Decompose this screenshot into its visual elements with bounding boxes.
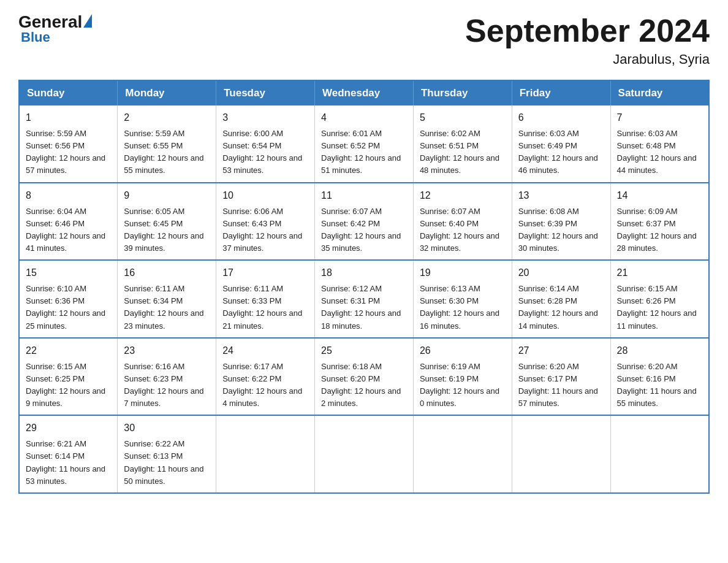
- location: Jarabulus, Syria: [465, 52, 710, 67]
- day-info: Sunrise: 6:04 AMSunset: 6:46 PMDaylight:…: [26, 205, 111, 255]
- day-info: Sunrise: 6:09 AMSunset: 6:37 PMDaylight:…: [617, 205, 702, 255]
- calendar-week-row: 15Sunrise: 6:10 AMSunset: 6:36 PMDayligh…: [19, 260, 709, 338]
- calendar-cell: 17Sunrise: 6:11 AMSunset: 6:33 PMDayligh…: [216, 260, 315, 338]
- calendar-cell: 3Sunrise: 6:00 AMSunset: 6:54 PMDaylight…: [216, 105, 315, 183]
- day-info: Sunrise: 6:22 AMSunset: 6:13 PMDaylight:…: [124, 438, 210, 488]
- day-number: 18: [321, 266, 407, 280]
- logo-triangle-icon: [83, 14, 92, 28]
- calendar-cell: 18Sunrise: 6:12 AMSunset: 6:31 PMDayligh…: [315, 260, 414, 338]
- day-number: 28: [617, 343, 702, 358]
- day-info: Sunrise: 6:11 AMSunset: 6:33 PMDaylight:…: [222, 283, 308, 332]
- calendar-cell: 6Sunrise: 6:03 AMSunset: 6:49 PMDaylight…: [512, 105, 610, 183]
- calendar-cell: [413, 415, 512, 493]
- col-header-saturday: Saturday: [610, 80, 709, 105]
- logo-blue: Blue: [21, 29, 92, 45]
- title-block: September 2024 Jarabulus, Syria: [465, 12, 710, 67]
- calendar-cell: 29Sunrise: 6:21 AMSunset: 6:14 PMDayligh…: [19, 415, 118, 493]
- calendar-cell: 2Sunrise: 5:59 AMSunset: 6:55 PMDaylight…: [118, 105, 216, 183]
- calendar-cell: 12Sunrise: 6:07 AMSunset: 6:40 PMDayligh…: [413, 183, 512, 261]
- calendar-cell: 26Sunrise: 6:19 AMSunset: 6:19 PMDayligh…: [413, 338, 512, 416]
- calendar-week-row: 29Sunrise: 6:21 AMSunset: 6:14 PMDayligh…: [19, 415, 709, 493]
- day-info: Sunrise: 6:05 AMSunset: 6:45 PMDaylight:…: [124, 205, 210, 255]
- day-number: 14: [617, 188, 702, 203]
- day-number: 12: [420, 188, 506, 203]
- calendar-header-row: SundayMondayTuesdayWednesdayThursdayFrid…: [19, 80, 709, 105]
- day-number: 21: [617, 266, 702, 280]
- calendar-cell: 30Sunrise: 6:22 AMSunset: 6:13 PMDayligh…: [118, 415, 216, 493]
- day-info: Sunrise: 6:16 AMSunset: 6:23 PMDaylight:…: [124, 361, 210, 410]
- day-info: Sunrise: 5:59 AMSunset: 6:56 PMDaylight:…: [26, 128, 111, 177]
- calendar-cell: 11Sunrise: 6:07 AMSunset: 6:42 PMDayligh…: [315, 183, 414, 261]
- day-info: Sunrise: 6:12 AMSunset: 6:31 PMDaylight:…: [321, 283, 407, 332]
- day-number: 6: [518, 110, 604, 125]
- calendar-cell: 16Sunrise: 6:11 AMSunset: 6:34 PMDayligh…: [118, 260, 216, 338]
- logo: General Blue: [18, 12, 92, 45]
- calendar-cell: 15Sunrise: 6:10 AMSunset: 6:36 PMDayligh…: [19, 260, 118, 338]
- day-info: Sunrise: 6:06 AMSunset: 6:43 PMDaylight:…: [222, 205, 308, 255]
- day-number: 13: [518, 188, 604, 203]
- calendar-cell: 28Sunrise: 6:20 AMSunset: 6:16 PMDayligh…: [610, 338, 709, 416]
- day-info: Sunrise: 6:07 AMSunset: 6:42 PMDaylight:…: [321, 205, 407, 255]
- day-info: Sunrise: 6:01 AMSunset: 6:52 PMDaylight:…: [321, 128, 407, 177]
- col-header-friday: Friday: [512, 80, 610, 105]
- calendar-week-row: 8Sunrise: 6:04 AMSunset: 6:46 PMDaylight…: [19, 183, 709, 261]
- day-info: Sunrise: 6:19 AMSunset: 6:19 PMDaylight:…: [420, 361, 506, 410]
- day-number: 3: [222, 110, 308, 125]
- day-number: 23: [124, 343, 210, 358]
- calendar-table: SundayMondayTuesdayWednesdayThursdayFrid…: [18, 80, 710, 494]
- day-number: 25: [321, 343, 407, 358]
- day-number: 30: [124, 421, 210, 435]
- calendar-cell: 20Sunrise: 6:14 AMSunset: 6:28 PMDayligh…: [512, 260, 610, 338]
- day-number: 15: [26, 266, 111, 280]
- calendar-cell: [610, 415, 709, 493]
- day-number: 7: [617, 110, 702, 125]
- month-title: September 2024: [465, 12, 710, 49]
- day-info: Sunrise: 6:20 AMSunset: 6:16 PMDaylight:…: [617, 361, 702, 410]
- day-number: 2: [124, 110, 210, 125]
- day-info: Sunrise: 6:02 AMSunset: 6:51 PMDaylight:…: [420, 128, 506, 177]
- day-number: 17: [222, 266, 308, 280]
- day-number: 11: [321, 188, 407, 203]
- day-number: 4: [321, 110, 407, 125]
- day-number: 24: [222, 343, 308, 358]
- day-number: 19: [420, 266, 506, 280]
- calendar-cell: 25Sunrise: 6:18 AMSunset: 6:20 PMDayligh…: [315, 338, 414, 416]
- calendar-cell: 4Sunrise: 6:01 AMSunset: 6:52 PMDaylight…: [315, 105, 414, 183]
- col-header-thursday: Thursday: [413, 80, 512, 105]
- calendar-cell: 19Sunrise: 6:13 AMSunset: 6:30 PMDayligh…: [413, 260, 512, 338]
- day-info: Sunrise: 6:03 AMSunset: 6:48 PMDaylight:…: [617, 128, 702, 177]
- day-info: Sunrise: 6:10 AMSunset: 6:36 PMDaylight:…: [26, 283, 111, 332]
- day-number: 20: [518, 266, 604, 280]
- calendar-cell: [216, 415, 315, 493]
- day-info: Sunrise: 6:20 AMSunset: 6:17 PMDaylight:…: [518, 361, 604, 410]
- calendar-cell: 14Sunrise: 6:09 AMSunset: 6:37 PMDayligh…: [610, 183, 709, 261]
- col-header-wednesday: Wednesday: [315, 80, 414, 105]
- day-number: 26: [420, 343, 506, 358]
- calendar-cell: 8Sunrise: 6:04 AMSunset: 6:46 PMDaylight…: [19, 183, 118, 261]
- calendar-cell: 5Sunrise: 6:02 AMSunset: 6:51 PMDaylight…: [413, 105, 512, 183]
- calendar-cell: 21Sunrise: 6:15 AMSunset: 6:26 PMDayligh…: [610, 260, 709, 338]
- day-info: Sunrise: 6:15 AMSunset: 6:25 PMDaylight:…: [26, 361, 111, 410]
- day-info: Sunrise: 6:18 AMSunset: 6:20 PMDaylight:…: [321, 361, 407, 410]
- calendar-cell: 10Sunrise: 6:06 AMSunset: 6:43 PMDayligh…: [216, 183, 315, 261]
- day-info: Sunrise: 6:08 AMSunset: 6:39 PMDaylight:…: [518, 205, 604, 255]
- page-header: General Blue September 2024 Jarabulus, S…: [18, 12, 710, 67]
- calendar-cell: 27Sunrise: 6:20 AMSunset: 6:17 PMDayligh…: [512, 338, 610, 416]
- day-number: 9: [124, 188, 210, 203]
- day-number: 10: [222, 188, 308, 203]
- day-info: Sunrise: 6:13 AMSunset: 6:30 PMDaylight:…: [420, 283, 506, 332]
- day-number: 1: [26, 110, 111, 125]
- col-header-tuesday: Tuesday: [216, 80, 315, 105]
- calendar-cell: 7Sunrise: 6:03 AMSunset: 6:48 PMDaylight…: [610, 105, 709, 183]
- calendar-cell: 24Sunrise: 6:17 AMSunset: 6:22 PMDayligh…: [216, 338, 315, 416]
- day-info: Sunrise: 6:14 AMSunset: 6:28 PMDaylight:…: [518, 283, 604, 332]
- day-info: Sunrise: 6:15 AMSunset: 6:26 PMDaylight:…: [617, 283, 702, 332]
- calendar-cell: [512, 415, 610, 493]
- calendar-cell: [315, 415, 414, 493]
- day-number: 8: [26, 188, 111, 203]
- day-info: Sunrise: 6:11 AMSunset: 6:34 PMDaylight:…: [124, 283, 210, 332]
- day-info: Sunrise: 6:21 AMSunset: 6:14 PMDaylight:…: [26, 438, 111, 488]
- calendar-cell: 23Sunrise: 6:16 AMSunset: 6:23 PMDayligh…: [118, 338, 216, 416]
- calendar-cell: 1Sunrise: 5:59 AMSunset: 6:56 PMDaylight…: [19, 105, 118, 183]
- calendar-cell: 22Sunrise: 6:15 AMSunset: 6:25 PMDayligh…: [19, 338, 118, 416]
